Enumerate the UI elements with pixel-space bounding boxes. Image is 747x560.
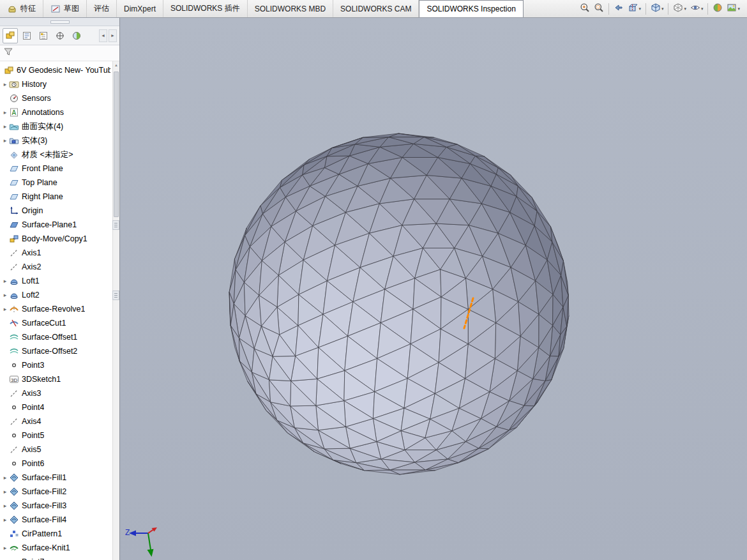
ribbon-tab-solidworks-插件[interactable]: SOLIDWORKS 插件 [163, 0, 248, 17]
tree-item-surface-knit1[interactable]: ▸Surface-Knit1 [1, 541, 110, 555]
tree-item-front-plane[interactable]: Front Plane [1, 162, 110, 176]
expand-arrow[interactable]: ▸ [1, 503, 9, 509]
filter-funnel-icon[interactable] [3, 47, 13, 59]
expand-arrow[interactable]: ▸ [1, 137, 9, 144]
tree-item-point3[interactable]: Point3 [1, 358, 110, 372]
tree-item-annotations[interactable]: ▸AAnnotations [1, 105, 110, 119]
tree-item-history[interactable]: ▸History [1, 77, 110, 91]
section-view-icon[interactable]: ▾ [626, 1, 643, 16]
expand-arrow[interactable]: ▸ [1, 109, 9, 116]
panel-splitter-grip-1[interactable] [112, 220, 119, 230]
tree-item-label: Point3 [22, 361, 44, 370]
expand-arrow[interactable]: ▸ [1, 292, 9, 298]
edit-appearance-glyph [713, 3, 723, 15]
tree-item-surface-fill2[interactable]: ▸Surface-Fill2 [1, 485, 110, 499]
propertymanager-tab[interactable] [19, 28, 34, 43]
display-style-icon[interactable]: ▾ [671, 1, 688, 16]
tree-item-surface-fill3[interactable]: ▸Surface-Fill3 [1, 499, 110, 513]
tree-item--[interactable]: 材质 <未指定> [1, 148, 110, 162]
tree-item-point7[interactable]: Point7 [1, 555, 110, 560]
zoom-to-fit-icon[interactable] [578, 1, 592, 16]
tree-item-origin[interactable]: Origin [1, 204, 110, 218]
tree-item-surface-offset1[interactable]: Surface-Offset1 [1, 330, 110, 344]
tree-item-axis2[interactable]: Axis2 [1, 260, 110, 274]
tree-item-top-plane[interactable]: Top Plane [1, 176, 110, 190]
ribbon-tab-solidworks-cam[interactable]: SOLIDWORKS CAM [333, 0, 419, 17]
tree-item-right-plane[interactable]: Right Plane [1, 190, 110, 204]
edit-appearance-icon[interactable] [711, 1, 725, 16]
tree-item-axis4[interactable]: Axis4 [1, 414, 110, 428]
view-orientation-icon[interactable]: ▾ [649, 1, 666, 16]
tree-item-loft1[interactable]: ▸Loft1 [1, 274, 110, 288]
ribbon-tab-评估[interactable]: 评估 [87, 0, 117, 17]
tree-item-cirpattern1[interactable]: CirPattern1 [1, 527, 110, 541]
solidworks-window: 特征草图评估DimXpertSOLIDWORKS 插件SOLIDWORKS MB… [0, 0, 747, 560]
tree-item-axis1[interactable]: Axis1 [1, 246, 110, 260]
displaymanager-tab[interactable] [69, 28, 84, 43]
tree-item-label: History [22, 80, 47, 89]
dimxpertmanager-tab[interactable] [52, 28, 68, 43]
tree-item-sensors[interactable]: Sensors [1, 91, 110, 105]
geodesic-sphere-model[interactable] [120, 18, 747, 560]
ribbon-tab-solidworks-inspection[interactable]: SOLIDWORKS Inspection [419, 0, 523, 17]
axis-icon [9, 388, 19, 398]
tree-item-loft2[interactable]: ▸Loft2 [1, 288, 110, 302]
tree-item-6v-geodesic-new-youtub[interactable]: 6V Geodesic New- YouTub [1, 63, 110, 77]
expand-arrow[interactable]: ▸ [1, 517, 9, 523]
configurationmanager-tab[interactable] [36, 28, 51, 43]
tree-item--3-[interactable]: ▸实体(3) [1, 133, 110, 148]
ribbon-tab-特征[interactable]: 特征 [0, 0, 43, 17]
tree-item-3dsketch1[interactable]: 3D3DSketch1 [1, 372, 110, 386]
scroll-up-arrow[interactable]: ▲ [113, 61, 119, 69]
ribbon-tab-dimxpert[interactable]: DimXpert [117, 0, 163, 17]
panel-splitter-grip-2[interactable] [112, 291, 119, 300]
tree-item-surface-plane1[interactable]: Surface-Plane1 [1, 218, 110, 232]
featuremanager-tab[interactable] [3, 28, 18, 43]
ribbon-tab-bar: 特征草图评估DimXpertSOLIDWORKS 插件SOLIDWORKS MB… [0, 0, 747, 18]
ribbon-tab-草图[interactable]: 草图 [43, 0, 87, 17]
expand-arrow[interactable]: ▸ [1, 306, 9, 312]
dropdown-caret[interactable]: ▾ [638, 6, 641, 11]
tree-item-surface-fill1[interactable]: ▸Surface-Fill1 [1, 471, 110, 485]
tree-item-point4[interactable]: Point4 [1, 400, 110, 414]
tree-item-label: Origin [22, 206, 43, 215]
panel-scroll-left-button[interactable]: ◄ [99, 29, 107, 42]
panel-collapse-grip[interactable] [0, 18, 119, 26]
previous-view-icon[interactable] [612, 1, 626, 16]
dropdown-caret[interactable]: ▾ [661, 6, 664, 11]
tree-item-axis5[interactable]: Axis5 [1, 443, 110, 457]
tree-item-point6[interactable]: Point6 [1, 457, 110, 471]
tree-item-surface-offset2[interactable]: Surface-Offset2 [1, 344, 110, 358]
apply-scene-glyph [727, 3, 737, 15]
panel-scroll-right-button[interactable]: ► [109, 29, 117, 42]
zoom-to-area-icon[interactable] [592, 1, 606, 16]
tree-item-point5[interactable]: Point5 [1, 428, 110, 443]
hide-show-items-icon[interactable]: ▾ [688, 1, 706, 16]
history-icon [9, 79, 19, 89]
tree-item-surface-fill4[interactable]: ▸Surface-Fill4 [1, 513, 110, 527]
ribbon-tab-label: DimXpert [124, 4, 156, 13]
expand-arrow[interactable]: ▸ [1, 488, 9, 495]
tree-item-axis3[interactable]: Axis3 [1, 386, 110, 400]
tree-item-label: Front Plane [22, 164, 63, 173]
expand-arrow[interactable]: ▸ [1, 123, 9, 130]
expand-arrow[interactable]: ▸ [1, 545, 9, 551]
scrollbar-thumb[interactable] [114, 72, 119, 217]
tree-scrollbar[interactable]: ▲ [112, 61, 119, 560]
apply-scene-icon[interactable]: ▾ [725, 1, 742, 16]
graphics-area[interactable]: Z [120, 18, 747, 560]
expand-arrow[interactable]: ▸ [1, 474, 9, 481]
tree-item--4-[interactable]: ▸曲面实体(4) [1, 119, 110, 133]
expand-arrow[interactable]: ▸ [1, 278, 9, 284]
dropdown-caret[interactable]: ▾ [737, 6, 740, 11]
surface-fill-icon [9, 515, 19, 525]
tree-item-body-move-copy1[interactable]: Body-Move/Copy1 [1, 232, 110, 246]
plane-icon [9, 178, 19, 188]
expand-arrow[interactable]: ▸ [1, 81, 9, 87]
dropdown-caret[interactable]: ▾ [684, 6, 686, 11]
tree-item-surface-revolve1[interactable]: ▸Surface-Revolve1 [1, 302, 110, 316]
ribbon-tab-solidworks-mbd[interactable]: SOLIDWORKS MBD [248, 0, 333, 17]
dropdown-caret[interactable]: ▾ [701, 6, 704, 11]
tree-item-surfacecut1[interactable]: SurfaceCut1 [1, 316, 110, 330]
tree-item-label: Point7 [22, 557, 44, 560]
